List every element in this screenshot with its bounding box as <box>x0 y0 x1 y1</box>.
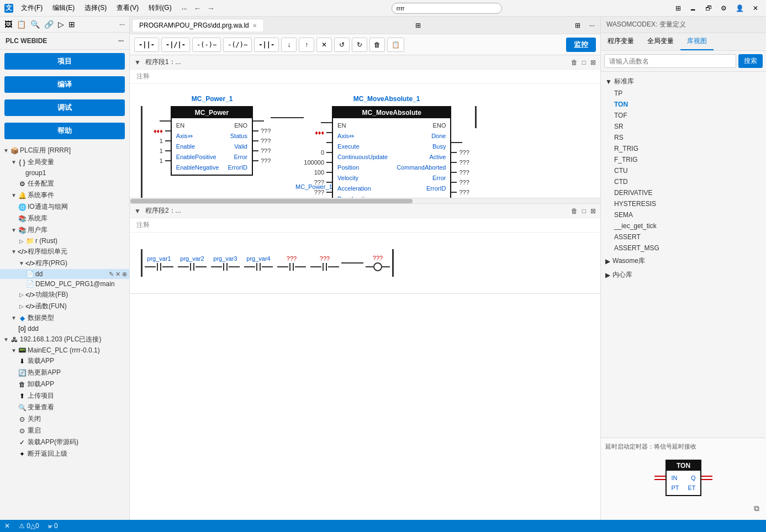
rp-item-tp[interactable]: TP <box>601 88 766 99</box>
project-btn[interactable]: 项目 <box>4 53 125 70</box>
compile-btn[interactable]: 编译 <box>4 76 125 93</box>
section-1-scrollbar[interactable] <box>130 198 600 203</box>
menu-select[interactable]: 选择(S) <box>80 2 111 14</box>
debug-btn[interactable]: 调试 <box>4 99 125 116</box>
collapse-icon[interactable]: ▼ <box>134 59 141 66</box>
tab-more[interactable]: ⊞ <box>411 19 425 31</box>
section-more-icon[interactable]: ⊠ <box>590 59 596 66</box>
tree-fb[interactable]: ▷ </> 功能块(FB) <box>0 289 129 301</box>
undo-btn[interactable]: ↺ <box>334 38 350 52</box>
rp-item-sr[interactable]: SR <box>601 121 766 132</box>
menu-goto[interactable]: 转到(G) <box>144 2 176 14</box>
tree-user-lib[interactable]: ▼ 📚 用户库 <box>0 224 129 236</box>
menu-bar[interactable]: 文件(F) 编辑(E) 选择(S) 查看(V) 转到(G) ... <box>17 2 192 14</box>
user-icon[interactable]: 👤 <box>732 3 747 13</box>
tree-ddd[interactable]: [o] ddd <box>0 324 129 334</box>
sidebar-icon-3[interactable]: 🔍 <box>30 20 40 29</box>
menu-file[interactable]: 文件(F) <box>17 2 47 14</box>
tree-restart[interactable]: ⊙ 重启 <box>0 425 129 436</box>
section-expand-icon[interactable]: □ <box>582 59 586 66</box>
tree-fun[interactable]: ▷ </> 函数(FUN) <box>0 301 129 312</box>
menu-edit[interactable]: 编辑(E) <box>48 2 79 14</box>
monitor-btn[interactable]: 监控 <box>566 38 596 52</box>
rp-item-sema[interactable]: SEMA <box>601 209 766 220</box>
tree-datatypes[interactable]: ▼ ◆ 数据类型 <box>0 312 129 324</box>
rp-section-stdlib-title[interactable]: ▼ 标准库 <box>601 75 766 88</box>
rp-item-ctu[interactable]: CTU <box>601 165 766 176</box>
search-input[interactable] <box>392 3 502 14</box>
copy-to-editor-icon[interactable]: ⧉ <box>754 504 759 513</box>
rp-item-rs[interactable]: RS <box>601 132 766 143</box>
close-btn[interactable]: ✕ <box>749 3 762 13</box>
tree-varview[interactable]: 🔍 变量查看 <box>0 402 129 413</box>
tree-plc-connected[interactable]: ▼ 🖧 192.168.1.203 (PLC已连接) <box>0 334 129 345</box>
tree-sys-lib[interactable]: 📚 系统库 <box>0 213 129 224</box>
window-controls[interactable]: ⊞ 🗕 🗗 ⚙ 👤 ✕ <box>672 3 762 13</box>
sidebar-options[interactable]: ··· <box>118 37 124 45</box>
rp-item-ctd[interactable]: CTD <box>601 176 766 187</box>
move-down-btn[interactable]: ↓ <box>281 38 297 52</box>
tree-demo-prg[interactable]: 📄 DEMO_PLC_PRG1@main <box>0 279 129 289</box>
tree-group1[interactable]: group1 <box>0 168 129 178</box>
rp-section-inner-title[interactable]: ▶ 内心库 <box>601 268 766 281</box>
collapse-icon-2[interactable]: ▼ <box>134 207 141 215</box>
tree-load-with-src[interactable]: ✓ 装载APP(带源码) <box>0 436 129 448</box>
rp-item-ton[interactable]: TON <box>601 99 766 110</box>
tree-prg[interactable]: ▼ </> 程序(PRG) <box>0 257 129 269</box>
tree-disconnect[interactable]: ✦ 断开返回上级 <box>0 448 129 460</box>
rp-section-wasome-title[interactable]: ▶ Wasome库 <box>601 255 766 267</box>
menu-more[interactable]: ... <box>177 2 192 14</box>
settings-icon[interactable]: ⚙ <box>717 3 730 13</box>
tree-mainec[interactable]: ▼ 📟 MainEC_PLC (rrrr-0.0.1) <box>0 345 129 355</box>
help-btn[interactable]: 帮助 <box>4 123 125 139</box>
rp-search-input[interactable] <box>604 54 736 68</box>
tree-upload[interactable]: ⬆ 上传项目 <box>0 390 129 402</box>
tree-plc-app[interactable]: ▼ 📦 PLC应用 [RRRR] <box>0 145 129 156</box>
editor-more[interactable]: ··· <box>586 20 598 30</box>
copy-btn[interactable]: 📋 <box>387 38 404 52</box>
sidebar-icon-4[interactable]: 🔗 <box>44 20 54 29</box>
section-delete-icon[interactable]: 🗑 <box>571 59 578 66</box>
tab-dd[interactable]: PROGRAM\POU_PRGs\dd.prg.wa.ld ✕ <box>132 19 264 31</box>
rp-tab-prog-vars[interactable]: 程序变量 <box>601 33 641 50</box>
coil-btn[interactable]: -(-)− <box>192 38 221 52</box>
sidebar-icon-6[interactable]: ⊞ <box>68 20 75 29</box>
tree-global-vars[interactable]: ▼ { } 全局变量 <box>0 156 129 168</box>
tree-dd[interactable]: 📄 dd ✎ ✕ ⊕ <box>0 269 129 279</box>
sidebar-more[interactable]: ··· <box>119 20 125 28</box>
tab-close-icon[interactable]: ✕ <box>252 23 257 29</box>
section-2-comment[interactable]: 注释 <box>130 218 600 233</box>
contact2-btn[interactable]: -||- <box>254 38 279 52</box>
split-editor-icon[interactable]: ⊞ <box>572 20 584 30</box>
tree-task-config[interactable]: ⚙ 任务配置 <box>0 178 129 189</box>
sidebar-icon-2[interactable]: 📋 <box>17 20 26 29</box>
tree-hotupdate[interactable]: 🔄 热更新APP <box>0 367 129 378</box>
nav-back[interactable]: ← <box>192 3 204 14</box>
section-2-delete[interactable]: 🗑 <box>571 207 578 215</box>
move-up-btn[interactable]: ↑ <box>299 38 314 52</box>
nav-forward[interactable]: → <box>205 3 217 14</box>
rp-tab-lib-view[interactable]: 库视图 <box>680 33 714 50</box>
tree-load-app[interactable]: ⬇ 装载APP <box>0 355 129 367</box>
maximize-btn[interactable]: 🗗 <box>702 3 715 13</box>
search-bar[interactable] <box>221 3 672 14</box>
rp-item-assert-msg[interactable]: ASSERT_MSG <box>601 243 766 254</box>
rp-item-rtrig[interactable]: R_TRIG <box>601 143 766 154</box>
sidebar-icon-5[interactable]: ▷ <box>58 20 64 29</box>
layout-toggle[interactable]: ⊞ <box>672 3 684 13</box>
tree-rust[interactable]: ▷ 📁 r (Rust) <box>0 236 129 246</box>
neg-coil-btn[interactable]: -(/)− <box>223 38 252 52</box>
rp-item-hysteresis[interactable]: HYSTERESIS <box>601 198 766 209</box>
tree-unload-app[interactable]: 🗑 卸载APP <box>0 378 129 390</box>
section-1-comment[interactable]: 注释 <box>130 70 600 84</box>
rp-item-derivative[interactable]: DERIVATIVE <box>601 187 766 198</box>
rp-tab-global-vars[interactable]: 全局变量 <box>641 33 680 50</box>
minimize-btn[interactable]: 🗕 <box>686 3 700 13</box>
contact-no-btn[interactable]: -||- <box>134 38 159 52</box>
rp-item-iec-tick[interactable]: __iec_get_tick <box>601 220 766 231</box>
redo-btn[interactable]: ↻ <box>352 38 367 52</box>
delete-btn[interactable]: ✕ <box>316 38 332 52</box>
contact-nc-btn[interactable]: -|/|- <box>161 38 190 52</box>
menu-view[interactable]: 查看(V) <box>112 2 143 14</box>
section-2-expand[interactable]: □ <box>582 207 586 215</box>
